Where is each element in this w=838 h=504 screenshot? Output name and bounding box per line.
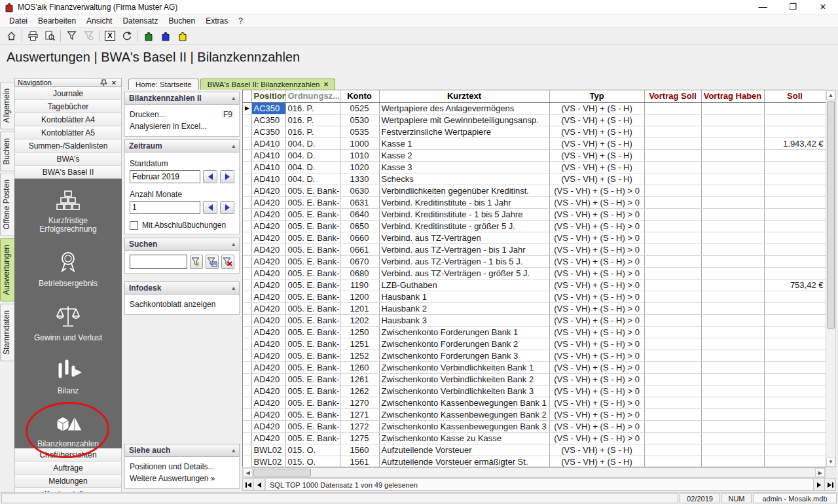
- cell-kurztext[interactable]: Aufzuteilende Vorsteuer: [379, 444, 549, 456]
- cell-vortrag-soll[interactable]: [644, 185, 701, 196]
- cell-soll[interactable]: [764, 243, 826, 255]
- cell-vortrag-haben[interactable]: [701, 432, 764, 444]
- cell-typ[interactable]: (VS - VH) + (S - H) > 0: [549, 243, 644, 255]
- cell-vortrag-soll[interactable]: [644, 243, 701, 255]
- cell-konto[interactable]: 1561: [340, 456, 379, 467]
- cell-soll[interactable]: 753,42 €: [764, 279, 826, 291]
- cell-soll[interactable]: [764, 432, 826, 444]
- cell-soll[interactable]: [764, 161, 826, 173]
- row-selector[interactable]: [243, 338, 251, 350]
- cell-soll[interactable]: [764, 385, 826, 397]
- sachkontoblatt-command[interactable]: Sachkontoblatt anzeigen: [130, 298, 234, 310]
- cell-kurztext[interactable]: Verbind. aus TZ-Verträgen: [379, 232, 549, 243]
- cell-ordnungszahl[interactable]: 005. E. Bank-: [285, 361, 340, 373]
- nav-item-journale[interactable]: Journale: [14, 87, 122, 100]
- tab-active[interactable]: BWA's Basel II: Bilanzkennzahlen×: [200, 79, 336, 90]
- cell-konto[interactable]: 1270: [340, 397, 379, 408]
- cell-vortrag-soll[interactable]: [644, 302, 701, 314]
- cell-konto[interactable]: 1262: [340, 385, 379, 397]
- cell-typ[interactable]: (VS - VH) + (S - H) > 0: [549, 385, 644, 397]
- cell-typ[interactable]: (VS - VH) + (S - H) > 0: [549, 302, 644, 314]
- nav-icon-item-kurzfristigeerfolgsrechnung[interactable]: Kurzfristige Erfolgsrechnung: [19, 189, 117, 234]
- cell-vortrag-soll[interactable]: [644, 267, 701, 279]
- cell-position[interactable]: AD410: [251, 161, 285, 173]
- cell-vortrag-soll[interactable]: [644, 432, 701, 444]
- cell-vortrag-soll[interactable]: [644, 338, 701, 350]
- cell-position[interactable]: AD410: [251, 173, 285, 185]
- cell-soll[interactable]: [764, 232, 826, 243]
- collapse-icon[interactable]: ▴: [232, 143, 235, 149]
- cell-soll[interactable]: [764, 408, 826, 420]
- cell-position[interactable]: AD420: [251, 243, 285, 255]
- nav-item-summensaldenlisten[interactable]: Summen-/Saldenlisten: [14, 139, 122, 153]
- plugin-green-icon[interactable]: [140, 29, 157, 43]
- row-selector[interactable]: [243, 385, 251, 397]
- cell-typ[interactable]: (VS - VH) + (S - H) > 0: [549, 432, 644, 444]
- column-header-ordnungsz[interactable]: Ordnungsz...: [285, 90, 340, 102]
- cell-kurztext[interactable]: Wertpapiere mit Gewinnbeteiligungsansp.: [379, 114, 549, 126]
- cell-typ[interactable]: (VS - VH) + (S - H) > 0: [549, 408, 644, 420]
- cell-vortrag-haben[interactable]: [701, 255, 764, 267]
- menu-item-datensatz[interactable]: Datensatz: [117, 15, 163, 27]
- cell-typ[interactable]: (VS - VH) + (S - H) > 0: [549, 267, 644, 279]
- cell-konto[interactable]: 1190: [340, 279, 379, 291]
- cell-typ[interactable]: (VS - VH) + (S - H) > 0: [549, 361, 644, 373]
- row-selector[interactable]: [243, 126, 251, 137]
- cell-typ[interactable]: (VS - VH) + (S - H): [549, 149, 644, 161]
- row-selector[interactable]: [243, 267, 251, 279]
- excel-analyze-command[interactable]: Analysieren in Excel...: [130, 120, 234, 132]
- cell-vortrag-haben[interactable]: [701, 456, 764, 467]
- cell-vortrag-soll[interactable]: [644, 291, 701, 302]
- nav-icon-item-betriebsergebnis[interactable]: Betriebsergebnis: [19, 249, 117, 288]
- cell-soll[interactable]: [764, 302, 826, 314]
- cell-typ[interactable]: (VS - VH) + (S - H) > 0: [549, 208, 644, 220]
- weitere-auswertungen-command[interactable]: Weitere Auswertungen »: [130, 473, 234, 484]
- row-selector[interactable]: [243, 432, 251, 444]
- menu-item-[interactable]: ?: [233, 15, 248, 27]
- cell-kurztext[interactable]: Zwischenkonto Forderungen Bank 3: [379, 350, 549, 361]
- cell-kurztext[interactable]: Schecks: [379, 173, 549, 185]
- row-selector[interactable]: [243, 408, 251, 420]
- row-selector[interactable]: [243, 255, 251, 267]
- cell-ordnungszahl[interactable]: 005. E. Bank-: [285, 326, 340, 338]
- cell-vortrag-soll[interactable]: [644, 149, 701, 161]
- row-selector[interactable]: [243, 149, 251, 161]
- cell-vortrag-haben[interactable]: [701, 149, 764, 161]
- cell-position[interactable]: AD420: [251, 408, 285, 420]
- row-selector[interactable]: [243, 302, 251, 314]
- cell-ordnungszahl[interactable]: 005. E. Bank-: [285, 279, 340, 291]
- cell-kurztext[interactable]: Verbind. Kreditinstitute - bis 1 Jahr: [379, 196, 549, 208]
- cell-konto[interactable]: 1261: [340, 373, 379, 385]
- cell-vortrag-soll[interactable]: [644, 126, 701, 137]
- cell-konto[interactable]: 1252: [340, 350, 379, 361]
- nav-item-kontoblttera4[interactable]: Kontoblätter A4: [14, 113, 122, 126]
- cell-position[interactable]: AD410: [251, 137, 285, 149]
- cell-vortrag-haben[interactable]: [701, 185, 764, 196]
- menu-item-datei[interactable]: Datei: [4, 15, 33, 27]
- nav-item-auftrge[interactable]: Aufträge: [14, 461, 122, 475]
- filter-off-icon[interactable]: [80, 29, 97, 43]
- refresh-icon[interactable]: [118, 29, 136, 43]
- cell-kurztext[interactable]: Hausbank 1: [379, 291, 549, 302]
- cell-typ[interactable]: (VS - VH) + (S - H) > 0: [549, 255, 644, 267]
- cell-vortrag-haben[interactable]: [701, 397, 764, 408]
- nav-item-bwasbaselii[interactable]: BWA's Basel II: [14, 166, 122, 179]
- cell-vortrag-soll[interactable]: [644, 173, 701, 185]
- cell-ordnungszahl[interactable]: 005. E. Bank-: [285, 255, 340, 267]
- cell-position[interactable]: AD420: [251, 373, 285, 385]
- cell-vortrag-haben[interactable]: [701, 326, 764, 338]
- cell-vortrag-haben[interactable]: [701, 220, 764, 232]
- cell-konto[interactable]: 1260: [340, 361, 379, 373]
- cell-konto[interactable]: 1330: [340, 173, 379, 185]
- cell-position[interactable]: AD420: [251, 397, 285, 408]
- cell-position[interactable]: BWL02: [251, 456, 285, 467]
- row-selector[interactable]: [243, 291, 251, 302]
- cell-konto[interactable]: 0661: [340, 243, 379, 255]
- cell-ordnungszahl[interactable]: 016. P.: [285, 102, 340, 114]
- cell-ordnungszahl[interactable]: 005. E. Bank-: [285, 397, 340, 408]
- cell-soll[interactable]: [764, 456, 826, 467]
- cell-vortrag-haben[interactable]: [701, 302, 764, 314]
- cell-typ[interactable]: (VS - VH) + (S - H) > 0: [549, 279, 644, 291]
- cell-ordnungszahl[interactable]: 005. E. Bank-: [285, 408, 340, 420]
- column-header-soll[interactable]: Soll: [764, 90, 826, 102]
